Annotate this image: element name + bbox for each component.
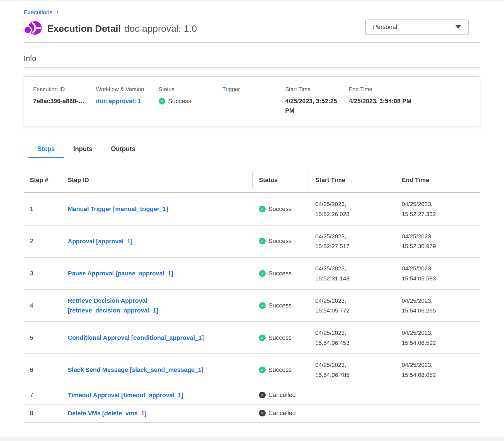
info-field-label: End Time bbox=[349, 86, 473, 93]
step-status: ✓Success bbox=[259, 366, 309, 374]
step-number: 2 bbox=[24, 238, 61, 245]
page-subtitle: doc approval: 1.0 bbox=[124, 23, 197, 34]
tab-inputs[interactable]: Inputs bbox=[64, 142, 102, 158]
step-id-cell: Approval [approval_1] bbox=[61, 236, 252, 246]
start-time: 15:52:26.028 bbox=[315, 209, 395, 219]
step-status-label: Success bbox=[268, 366, 292, 374]
start-date: 04/25/2023, bbox=[315, 360, 395, 370]
execution-status-label: Success bbox=[168, 96, 191, 106]
step-id-cell: Slack Send Message [slack_send_message_1… bbox=[61, 365, 252, 375]
end-time-cell: 04/25/2023,15:52:30.979 bbox=[395, 231, 480, 251]
start-time-cell: 04/25/2023,15:52:26.028 bbox=[309, 199, 395, 219]
main-content: Executions / Execution Detail doc approv… bbox=[24, 1, 480, 423]
end-time-cell: 04/25/2023,15:54:06.265 bbox=[395, 296, 480, 316]
step-link[interactable]: Manual Trigger [manual_trigger_1] bbox=[68, 204, 168, 214]
workflow-version-link[interactable]: doc approval: 1 bbox=[96, 96, 152, 106]
end-time: 15:54:06.592 bbox=[402, 338, 480, 348]
info-heading: Info bbox=[24, 54, 480, 63]
page-title: Execution Detail bbox=[47, 23, 121, 34]
success-icon: ✓ bbox=[259, 206, 266, 212]
success-icon: ✓ bbox=[259, 335, 266, 341]
step-status: ✓Success bbox=[259, 270, 309, 277]
step-number: 3 bbox=[24, 270, 61, 277]
status-cell: ✓Success bbox=[252, 334, 309, 341]
table-row: 8Delete VMs [delete_vms_1]✕Cancelled bbox=[24, 404, 480, 423]
end-time: 15:52:30.979 bbox=[402, 241, 480, 251]
step-status-label: Success bbox=[268, 238, 292, 245]
start-time: 15:52:27.517 bbox=[315, 241, 395, 251]
success-icon: ✓ bbox=[259, 270, 266, 277]
scope-dropdown[interactable]: Personal bbox=[365, 20, 469, 35]
step-link[interactable]: Delete VMs [delete_vms_1] bbox=[68, 408, 146, 418]
end-time-cell: 04/25/2023,15:54:06.592 bbox=[395, 328, 480, 348]
col-status: Status bbox=[252, 169, 309, 192]
status-cell: ✓Success bbox=[252, 302, 309, 309]
header-divider bbox=[24, 42, 480, 43]
end-date: 04/25/2023, bbox=[402, 231, 480, 241]
step-link[interactable]: Retrieve Decision Approval [retrieve_dec… bbox=[68, 296, 236, 315]
status-cell: ✓Success bbox=[252, 205, 309, 213]
step-link[interactable]: Conditional Approval [conditional_approv… bbox=[68, 333, 204, 343]
step-status-label: Cancelled bbox=[268, 410, 296, 417]
status-cell: ✓Success bbox=[252, 366, 309, 374]
start-date: 04/25/2023, bbox=[315, 296, 395, 306]
info-field-label: Execution ID bbox=[33, 86, 89, 93]
table-row: 7Timeout Approval [timeout_approval_1]✕C… bbox=[24, 386, 480, 404]
end-time: 15:54:08.052 bbox=[402, 370, 480, 380]
step-id-cell: Pause Approval [pause_approval_1] bbox=[61, 268, 252, 278]
info-field: Execution ID7e8ac396-a868-… bbox=[33, 86, 96, 115]
breadcrumb-separator: / bbox=[57, 9, 59, 15]
breadcrumb-executions-link[interactable]: Executions bbox=[24, 9, 52, 15]
tab-bar: StepsInputsOutputs bbox=[24, 142, 480, 158]
tab-outputs[interactable]: Outputs bbox=[102, 142, 145, 158]
status-cell: ✕Cancelled bbox=[252, 410, 309, 417]
start-time-cell: 04/25/2023,15:54:05.772 bbox=[309, 296, 395, 316]
success-icon: ✓ bbox=[259, 302, 266, 309]
col-end-time: End Time bbox=[395, 169, 480, 192]
table-row: 1Manual Trigger [manual_trigger_1]✓Succe… bbox=[24, 193, 480, 225]
info-field: Workflow & Versiondoc approval: 1 bbox=[96, 86, 159, 115]
info-field-label: Start Time bbox=[285, 86, 342, 93]
step-number: 8 bbox=[24, 410, 61, 417]
info-card: Execution ID7e8ac396-a868-…Workflow & Ve… bbox=[24, 76, 480, 126]
info-field-value: 4/25/2023, 3:52:25 PM bbox=[285, 96, 342, 115]
info-field-value: 4/25/2023, 3:54:08 PM bbox=[349, 96, 473, 106]
step-link[interactable]: Approval [approval_1] bbox=[68, 236, 132, 246]
start-date: 04/25/2023, bbox=[315, 328, 395, 338]
info-divider bbox=[24, 67, 480, 68]
table-body: 1Manual Trigger [manual_trigger_1]✓Succe… bbox=[24, 193, 480, 423]
success-icon: ✓ bbox=[159, 98, 165, 105]
start-date: 04/25/2023, bbox=[315, 231, 395, 241]
step-status: ✓Success bbox=[259, 334, 309, 341]
step-link[interactable]: Pause Approval [pause_approval_1] bbox=[68, 268, 173, 278]
end-date: 04/25/2023, bbox=[402, 360, 480, 370]
table-row: 3Pause Approval [pause_approval_1]✓Succe… bbox=[24, 258, 480, 290]
end-time-cell: 04/25/2023,15:54:05.583 bbox=[395, 263, 480, 283]
end-time: 15:54:06.265 bbox=[402, 306, 480, 316]
step-link[interactable]: Slack Send Message [slack_send_message_1… bbox=[68, 365, 203, 375]
info-field: End Time4/25/2023, 3:54:08 PM bbox=[349, 86, 480, 115]
end-time-cell: 04/25/2023,15:52:27.332 bbox=[395, 199, 480, 219]
info-field-label: Workflow & Version bbox=[96, 86, 152, 93]
step-number: 4 bbox=[24, 302, 61, 309]
step-status-label: Success bbox=[268, 205, 292, 213]
success-icon: ✓ bbox=[259, 238, 266, 244]
end-time: 15:52:27.332 bbox=[402, 209, 480, 219]
step-status-label: Cancelled bbox=[268, 391, 296, 399]
col-step-id: Step ID bbox=[61, 169, 252, 192]
start-date: 04/25/2023, bbox=[315, 263, 395, 273]
step-link[interactable]: Timeout Approval [timeout_approval_1] bbox=[68, 390, 183, 400]
start-time-cell: 04/25/2023,15:54:06.453 bbox=[309, 328, 395, 348]
start-time: 15:52:31.148 bbox=[315, 273, 395, 284]
end-date: 04/25/2023, bbox=[402, 328, 480, 338]
start-date: 04/25/2023, bbox=[315, 199, 395, 209]
step-status: ✓Success bbox=[259, 238, 309, 245]
end-date: 04/25/2023, bbox=[402, 199, 480, 209]
chevron-down-icon bbox=[455, 25, 461, 29]
step-number: 7 bbox=[24, 391, 61, 399]
table-row: 5Conditional Approval [conditional_appro… bbox=[24, 322, 480, 354]
step-status-label: Success bbox=[268, 270, 292, 277]
step-id-cell: Manual Trigger [manual_trigger_1] bbox=[61, 204, 252, 214]
tab-steps[interactable]: Steps bbox=[28, 142, 64, 158]
step-number: 1 bbox=[24, 205, 61, 213]
